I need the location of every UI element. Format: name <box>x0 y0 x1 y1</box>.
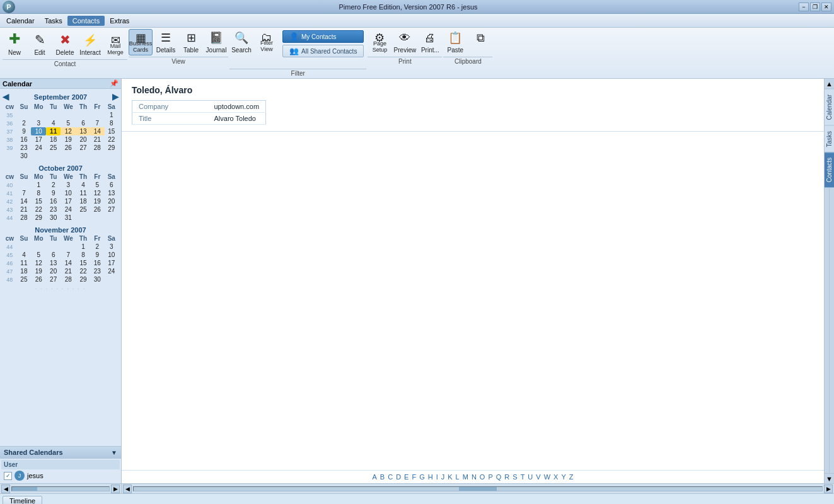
restore-button[interactable]: ❐ <box>810 3 820 11</box>
day-cell[interactable]: 5 <box>31 251 46 259</box>
day-cell[interactable] <box>90 111 104 119</box>
menu-contacts[interactable]: Contacts <box>67 16 105 26</box>
scroll-thumb[interactable] <box>12 487 37 491</box>
day-cell[interactable]: 11 <box>76 189 90 197</box>
alpha-u[interactable]: U <box>528 473 533 481</box>
day-cell[interactable]: 7 <box>17 189 31 197</box>
day-cell[interactable]: 16 <box>17 135 31 144</box>
day-cell[interactable] <box>61 111 76 119</box>
day-cell[interactable]: 26 <box>31 275 46 284</box>
day-cell[interactable]: 20 <box>46 267 60 275</box>
day-cell[interactable]: 25 <box>76 205 90 214</box>
print-button[interactable]: 🖨 Print... <box>418 29 442 55</box>
delete-button[interactable]: ✖ Delete <box>53 29 77 58</box>
alpha-w[interactable]: W <box>544 473 550 481</box>
day-cell[interactable]: 13 <box>105 189 119 197</box>
alpha-a[interactable]: A <box>373 473 377 481</box>
interact-button[interactable]: ⚡ Interact <box>78 29 102 58</box>
day-cell[interactable]: 28 <box>90 144 104 152</box>
alpha-g[interactable]: G <box>419 473 425 481</box>
alpha-k[interactable]: K <box>448 473 452 481</box>
day-cell[interactable]: 23 <box>46 205 60 214</box>
day-cell[interactable]: 5 <box>61 119 76 127</box>
day-cell[interactable]: 21 <box>90 135 104 144</box>
day-cell[interactable]: 25 <box>17 275 31 284</box>
alpha-b[interactable]: B <box>380 473 385 481</box>
day-cell[interactable]: 31 <box>61 214 76 222</box>
mail-merge-button[interactable]: ✉ MailMerge <box>103 29 127 58</box>
day-cell[interactable]: 16 <box>90 259 104 267</box>
journal-button[interactable]: 📓 Journal <box>204 29 228 55</box>
alpha-e[interactable]: E <box>404 473 408 481</box>
day-cell[interactable]: 7 <box>61 251 76 259</box>
alpha-o[interactable]: O <box>480 473 485 481</box>
day-cell[interactable]: 8 <box>105 119 119 127</box>
day-cell-selected[interactable]: 10 <box>31 127 46 135</box>
day-cell[interactable]: 27 <box>46 275 60 284</box>
day-cell[interactable]: 13 <box>46 259 60 267</box>
day-cell[interactable]: 6 <box>105 181 119 189</box>
day-cell[interactable]: 23 <box>17 144 31 152</box>
tab-contacts[interactable]: Contacts <box>825 152 835 187</box>
day-cell[interactable]: 5 <box>90 181 104 189</box>
day-cell[interactable]: 17 <box>105 259 119 267</box>
alpha-c[interactable]: C <box>388 473 393 481</box>
alpha-p[interactable]: P <box>488 473 492 481</box>
day-cell[interactable]: 6 <box>46 251 60 259</box>
day-cell[interactable]: 17 <box>61 197 76 205</box>
paste-button[interactable]: 📋 Paste <box>443 29 467 55</box>
table-button[interactable]: ⊞ Table <box>179 29 203 55</box>
menu-extras[interactable]: Extras <box>105 16 134 26</box>
alpha-m[interactable]: M <box>463 473 468 481</box>
day-cell[interactable]: 2 <box>46 181 60 189</box>
details-button[interactable]: ☰ Details <box>154 29 178 55</box>
day-cell[interactable]: 2 <box>90 243 104 251</box>
day-cell[interactable]: 2 <box>17 119 31 127</box>
day-cell[interactable]: 12 <box>90 189 104 197</box>
scroll-right-arrow[interactable]: ▶ <box>111 484 120 493</box>
day-cell[interactable]: 7 <box>90 119 104 127</box>
day-cell[interactable]: 24 <box>61 205 76 214</box>
day-cell[interactable] <box>17 181 31 189</box>
alpha-f[interactable]: F <box>412 473 416 481</box>
filter-view-button[interactable]: 🗂 FilterView <box>255 29 279 55</box>
day-cell[interactable]: 26 <box>61 144 76 152</box>
new-button[interactable]: ✚ New <box>3 29 26 58</box>
day-cell[interactable]: 17 <box>31 135 46 144</box>
day-cell[interactable]: 16 <box>46 197 60 205</box>
bottom-scrollbar[interactable]: ◀ ▶ <box>122 483 834 493</box>
calendar-panel-pin[interactable]: 📌 <box>110 79 119 88</box>
bottom-scroll-track[interactable] <box>133 486 823 491</box>
bottom-scroll-left[interactable]: ◀ <box>123 484 132 493</box>
day-cell[interactable]: 20 <box>105 197 119 205</box>
alpha-i[interactable]: I <box>436 473 438 481</box>
day-cell[interactable]: 18 <box>76 197 90 205</box>
day-cell[interactable]: 26 <box>90 205 104 214</box>
day-cell[interactable]: 30 <box>17 152 31 160</box>
day-cell[interactable]: 14 <box>90 127 104 135</box>
copy-button[interactable]: ⧉ <box>468 29 492 55</box>
alpha-t[interactable]: T <box>521 473 525 481</box>
day-cell[interactable]: 4 <box>17 251 31 259</box>
day-cell[interactable]: 22 <box>31 205 46 214</box>
day-cell[interactable]: 15 <box>105 127 119 135</box>
day-cell[interactable]: 29 <box>31 214 46 222</box>
day-cell[interactable]: 19 <box>90 197 104 205</box>
alpha-n[interactable]: N <box>472 473 477 481</box>
day-cell[interactable]: 18 <box>46 135 60 144</box>
all-shared-contacts-button[interactable]: 👥 All Shared Contacts <box>282 45 364 57</box>
day-cell[interactable]: 1 <box>76 243 90 251</box>
day-cell[interactable] <box>17 243 31 251</box>
day-cell[interactable]: 25 <box>46 144 60 152</box>
day-cell[interactable]: 11 <box>17 259 31 267</box>
day-cell[interactable]: 13 <box>76 127 90 135</box>
day-cell[interactable]: 28 <box>17 214 31 222</box>
day-cell[interactable]: 1 <box>105 111 119 119</box>
day-cell-today[interactable]: 11 <box>46 127 60 135</box>
alpha-l[interactable]: L <box>456 473 460 481</box>
day-cell[interactable]: 20 <box>76 135 90 144</box>
day-cell[interactable]: 3 <box>31 119 46 127</box>
edit-button[interactable]: ✎ Edit <box>28 29 52 58</box>
day-cell[interactable] <box>46 111 60 119</box>
bottom-scroll-thumb[interactable] <box>459 487 497 491</box>
